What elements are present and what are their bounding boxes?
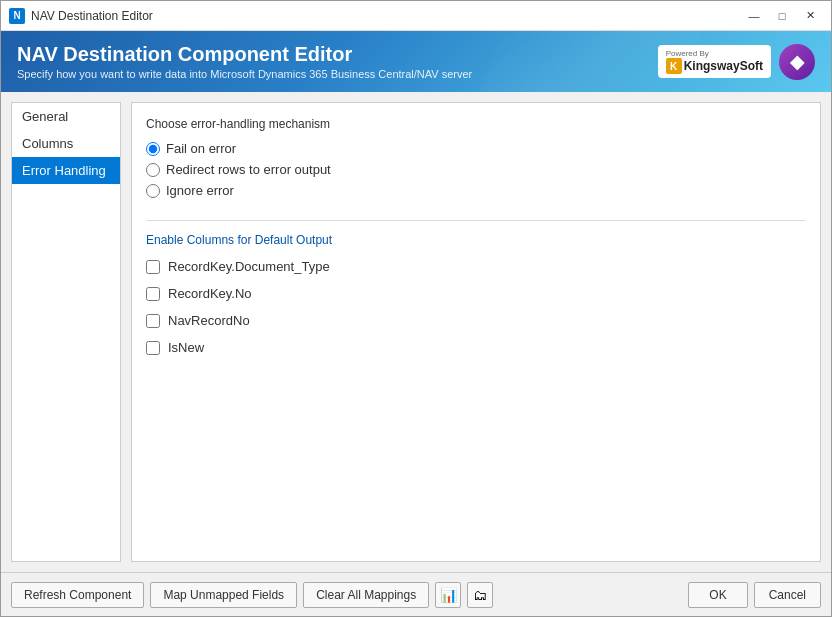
- sidebar-item-error-handling[interactable]: Error Handling: [12, 157, 120, 184]
- ok-button[interactable]: OK: [688, 582, 747, 608]
- map-unmapped-button[interactable]: Map Unmapped Fields: [150, 582, 297, 608]
- window: N NAV Destination Editor — □ ✕ NAV Desti…: [0, 0, 832, 617]
- header-banner: NAV Destination Component Editor Specify…: [1, 31, 831, 92]
- checkbox-navrecordno-label: NavRecordNo: [168, 313, 250, 328]
- divider: [146, 220, 806, 221]
- radio-ignore-error[interactable]: Ignore error: [146, 183, 806, 198]
- checkbox-recordkey-doctype-label: RecordKey.Document_Type: [168, 259, 330, 274]
- table-icon: 🗂: [473, 587, 487, 603]
- k-icon: K: [666, 58, 682, 74]
- window-title: NAV Destination Editor: [31, 9, 741, 23]
- radio-ignore-label: Ignore error: [166, 183, 234, 198]
- checkbox-navrecordno-input[interactable]: [146, 314, 160, 328]
- sidebar-item-columns[interactable]: Columns: [12, 130, 120, 157]
- chart-icon: 📊: [440, 587, 457, 603]
- header-subtitle: Specify how you want to write data into …: [17, 68, 472, 80]
- checkbox-isnew-label: IsNew: [168, 340, 204, 355]
- minimize-button[interactable]: —: [741, 5, 767, 27]
- kingsway-logo: Powered By K KingswaySoft: [658, 45, 771, 78]
- radio-redirect-label: Redirect rows to error output: [166, 162, 331, 177]
- title-bar: N NAV Destination Editor — □ ✕: [1, 1, 831, 31]
- company-name: KingswaySoft: [684, 59, 763, 73]
- clear-mappings-button[interactable]: Clear All Mappings: [303, 582, 429, 608]
- chart-icon-button[interactable]: 📊: [435, 582, 461, 608]
- checkbox-navrecordno[interactable]: NavRecordNo: [146, 313, 806, 328]
- radio-fail-label: Fail on error: [166, 141, 236, 156]
- title-bar-controls: — □ ✕: [741, 5, 823, 27]
- columns-section-title: Enable Columns for Default Output: [146, 233, 806, 247]
- header-logo: Powered By K KingswaySoft ◆: [658, 44, 815, 80]
- table-icon-button[interactable]: 🗂: [467, 582, 493, 608]
- checkbox-recordkey-doctype-input[interactable]: [146, 260, 160, 274]
- sidebar-item-general[interactable]: General: [12, 103, 120, 130]
- radio-ignore-input[interactable]: [146, 184, 160, 198]
- nav-logo-icon: ◆: [779, 44, 815, 80]
- error-radio-group: Fail on error Redirect rows to error out…: [146, 141, 806, 198]
- checkbox-recordkey-no-input[interactable]: [146, 287, 160, 301]
- right-panel: Choose error-handling mechanism Fail on …: [131, 102, 821, 562]
- header-title-group: NAV Destination Component Editor Specify…: [17, 43, 472, 80]
- error-mechanism-title: Choose error-handling mechanism: [146, 117, 806, 131]
- checkbox-recordkey-no[interactable]: RecordKey.No: [146, 286, 806, 301]
- checkbox-isnew-input[interactable]: [146, 341, 160, 355]
- checkbox-recordkey-doctype[interactable]: RecordKey.Document_Type: [146, 259, 806, 274]
- powered-by-text: Powered By: [666, 49, 709, 58]
- main-content: General Columns Error Handling Choose er…: [1, 92, 831, 572]
- checkbox-group: RecordKey.Document_Type RecordKey.No Nav…: [146, 259, 806, 355]
- close-button[interactable]: ✕: [797, 5, 823, 27]
- app-icon: N: [9, 8, 25, 24]
- radio-redirect-input[interactable]: [146, 163, 160, 177]
- checkbox-recordkey-no-label: RecordKey.No: [168, 286, 252, 301]
- header-main-title: NAV Destination Component Editor: [17, 43, 472, 66]
- checkbox-isnew[interactable]: IsNew: [146, 340, 806, 355]
- footer: Refresh Component Map Unmapped Fields Cl…: [1, 572, 831, 616]
- maximize-button[interactable]: □: [769, 5, 795, 27]
- radio-redirect-rows[interactable]: Redirect rows to error output: [146, 162, 806, 177]
- refresh-component-button[interactable]: Refresh Component: [11, 582, 144, 608]
- cancel-button[interactable]: Cancel: [754, 582, 821, 608]
- radio-fail-input[interactable]: [146, 142, 160, 156]
- sidebar: General Columns Error Handling: [11, 102, 121, 562]
- radio-fail-on-error[interactable]: Fail on error: [146, 141, 806, 156]
